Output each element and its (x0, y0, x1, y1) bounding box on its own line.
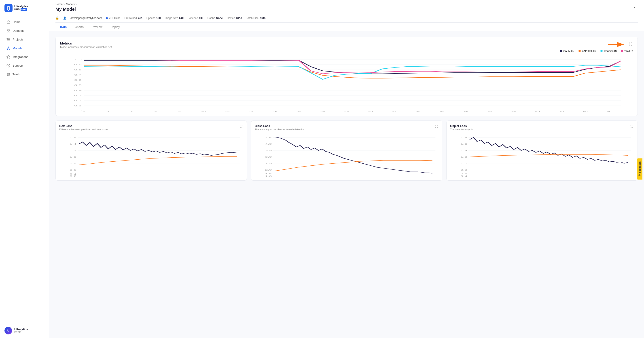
sidebar-item-integrations-label: Integrations (12, 55, 28, 58)
object-loss-header: Object Loss The detected objects (450, 124, 634, 132)
metrics-chart-subtitle: Model accuracy measured on validation se… (60, 46, 112, 49)
object-loss-title: Object Loss (450, 124, 473, 128)
trash-icon (6, 72, 10, 76)
class-loss-svg: 4.5 4.0 3.5 3.0 2.5 2.0 1.5 1.0 (255, 132, 438, 177)
datasets-icon (6, 28, 10, 33)
svg-text:1.2: 1.2 (460, 156, 467, 158)
image-size-value: 640 (179, 16, 184, 20)
model-meta: 🔒 👤 developer@ultralytics.com YOLOv8n Pr… (56, 14, 638, 22)
model-status-dot (106, 17, 108, 19)
sidebar-item-datasets[interactable]: Datasets (2, 26, 47, 35)
svg-text:10: 10 (201, 111, 206, 112)
svg-text:4.0: 4.0 (265, 143, 272, 145)
sidebar-item-projects[interactable]: Projects (2, 35, 47, 44)
image-size-label: Image Size (165, 16, 178, 20)
legend-recall: recall(B) (621, 50, 633, 52)
svg-text:1.6: 1.6 (460, 143, 467, 145)
arrow-svg (607, 41, 627, 48)
batch-size-item: Batch Size Auto (246, 16, 266, 20)
user-name: Ultralytics (14, 328, 28, 331)
svg-text:46: 46 (464, 111, 468, 112)
page-title: My Model (56, 7, 77, 12)
lock-icon: 🔒 (56, 16, 59, 20)
patience-label: Patience (188, 16, 198, 20)
ultralytics-logo-icon (4, 4, 12, 12)
box-loss-header: Box Loss Difference between predicted an… (59, 124, 243, 132)
legend-label-map50-95: mAP50-95(B) (582, 50, 596, 52)
svg-text:1.0: 1.0 (74, 58, 82, 60)
object-loss-card: Object Loss The detected objects 1.8 1 (446, 120, 638, 180)
metrics-chart-svg: 1.0 0.9 0.8 0.7 0.6 0.5 0.4 0.3 0.2 0.1 … (60, 54, 633, 112)
logo-hub: HUBBETA (14, 8, 28, 11)
svg-text:1.6: 1.6 (70, 136, 76, 139)
expand-object-loss-button[interactable] (630, 124, 634, 129)
svg-text:14: 14 (249, 111, 254, 112)
metrics-title-group: Metrics Model accuracy measured on valid… (60, 41, 112, 49)
cache-label: Cache (208, 16, 215, 20)
sidebar-item-integrations[interactable]: Integrations (2, 52, 47, 61)
svg-text:4: 4 (130, 111, 133, 112)
svg-text:1.0: 1.0 (460, 162, 467, 164)
sidebar-item-home[interactable]: Home (2, 18, 47, 26)
breadcrumb-home[interactable]: Home (56, 3, 62, 6)
class-loss-title: Class Loss (255, 124, 304, 128)
svg-text:0.5: 0.5 (74, 84, 82, 86)
cache-item: Cache None (208, 16, 223, 20)
model-name-item: YOLOv8n (106, 16, 120, 20)
user-plan: FREE (14, 331, 28, 334)
svg-text:0.6: 0.6 (460, 172, 467, 175)
tab-charts[interactable]: Charts (71, 23, 88, 31)
support-icon (6, 64, 10, 68)
batch-size-value: Auto (260, 16, 266, 20)
tab-preview[interactable]: Preview (88, 23, 106, 31)
svg-text:0.2: 0.2 (70, 175, 76, 177)
arrow-indicator (607, 41, 627, 48)
svg-text:70: 70 (559, 111, 564, 112)
tab-train[interactable]: Train (56, 23, 71, 31)
tab-deploy[interactable]: Deploy (106, 23, 124, 31)
svg-text:0.8: 0.8 (460, 169, 467, 171)
breadcrumb-models[interactable]: Models (66, 3, 75, 6)
class-loss-card: Class Loss The accuracy of the classes i… (251, 120, 442, 180)
sidebar-item-models[interactable]: Models (2, 44, 47, 52)
content-area: Metrics Model accuracy measured on valid… (49, 31, 644, 338)
user-email: developer@ultralytics.com (70, 16, 102, 20)
box-loss-subtitle: Difference between predicted and true bo… (59, 128, 108, 131)
svg-text:1.4: 1.4 (460, 149, 467, 152)
svg-text:0.7: 0.7 (74, 74, 82, 76)
metrics-chart-card: Metrics Model accuracy measured on valid… (56, 37, 638, 116)
object-loss-subtitle: The detected objects (450, 128, 473, 131)
sidebar-item-trash[interactable]: Trash (2, 70, 47, 78)
expand-class-loss-button[interactable] (434, 124, 438, 129)
expand-box-loss-button[interactable] (239, 124, 243, 129)
svg-text:2: 2 (107, 111, 109, 112)
sidebar-item-home-label: Home (12, 20, 20, 24)
sidebar-bottom: U Ultralytics FREE (0, 323, 49, 338)
svg-text:1.0: 1.0 (265, 175, 272, 177)
sidebar-item-support[interactable]: Support (2, 61, 47, 70)
integrations-icon (6, 55, 10, 59)
metrics-legend: mAP50(B) mAP50-95(B) precision(B) recall… (60, 50, 633, 52)
svg-text:0.4: 0.4 (74, 89, 82, 92)
legend-label-map50: mAP50(B) (563, 50, 574, 52)
svg-text:16: 16 (272, 111, 277, 112)
svg-text:0.3: 0.3 (74, 94, 82, 96)
pretrained-label: Pretrained (124, 16, 137, 20)
feedback-tab[interactable]: ⚙ Feedback (637, 158, 642, 180)
device-item: Device GPU (227, 16, 242, 20)
expand-metrics-button[interactable] (628, 42, 633, 47)
user-email-icon: 👤 (63, 16, 66, 20)
breadcrumb: Home > Models > (56, 3, 77, 6)
svg-text:1.8: 1.8 (460, 136, 467, 139)
svg-text:42: 42 (440, 111, 444, 112)
svg-text:1.0: 1.0 (70, 156, 76, 158)
home-icon (6, 20, 10, 24)
logo-name: Ultralytics (14, 5, 28, 8)
more-options-button[interactable]: ⋮ (632, 4, 638, 11)
class-loss-header: Class Loss The accuracy of the classes i… (255, 124, 438, 132)
svg-text:3.0: 3.0 (265, 156, 272, 158)
svg-text:38: 38 (416, 111, 420, 112)
svg-text:80: 80 (583, 111, 588, 112)
svg-text:3.5: 3.5 (265, 149, 272, 152)
svg-text:0.2: 0.2 (74, 100, 82, 102)
